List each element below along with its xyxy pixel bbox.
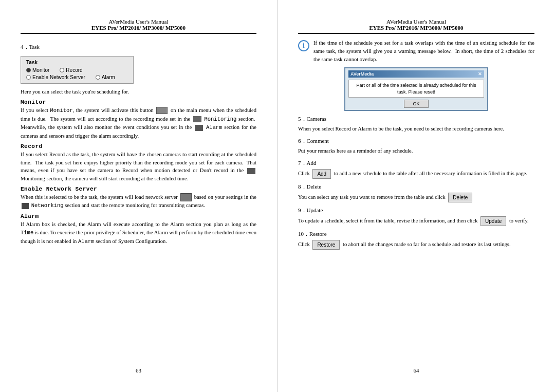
section-9-heading: Update (307, 207, 323, 213)
left-content: 4．Task Task Monitor Record Enable Networ… (21, 39, 256, 362)
dialog-content: Part or all of the time selected is alre… (348, 80, 484, 98)
right-page: AVerMedia User's Manual EYES Pro/ MP2016… (278, 0, 555, 392)
right-header: AVerMedia User's Manual EYES Pro/ MP2016… (298, 18, 534, 34)
networking-icon (22, 203, 29, 209)
record-label: Record (66, 67, 82, 73)
info-icon: i (298, 40, 309, 51)
dialog-btn-area: OK (348, 100, 484, 108)
dialog-ok-button[interactable]: OK (404, 100, 428, 108)
dialog-close: ✕ (478, 71, 482, 77)
task-row-2: Enable Network Server Alarm (26, 74, 128, 80)
right-content: i If the time of the schedule you set fo… (298, 39, 534, 362)
task-box-title: Task (26, 60, 128, 65)
monitor-button-icon (156, 107, 168, 114)
left-page-num: 63 (21, 362, 256, 374)
network-server-para: When this is selected to be the task, th… (21, 193, 256, 210)
alarm-radio-circle (96, 75, 100, 80)
section-9-label: 9．Update (298, 207, 534, 214)
update-button[interactable]: Update (480, 216, 506, 226)
server-icon (180, 193, 192, 201)
restore-para: Click Restore to abort all the changes m… (298, 240, 534, 250)
restore-button[interactable]: Restore (312, 240, 340, 250)
monitoring-icon (193, 116, 201, 122)
section-10-heading: Restore (309, 231, 327, 237)
monitor-para: If you select Monitor, the system will a… (21, 106, 256, 140)
avermedia-dialog: AVerMedia ✕ Part or all of the time sele… (344, 67, 488, 111)
section-10-label: 10．Restore (298, 230, 534, 238)
right-page-num: 64 (298, 362, 534, 374)
info-block: i If the time of the schedule you set fo… (298, 39, 534, 63)
left-header: AVerMedia User's Manual EYES Pro/ MP2016… (21, 18, 256, 34)
left-page: AVerMedia User's Manual EYES Pro/ MP2016… (0, 0, 278, 392)
network-server-radio-circle (26, 75, 31, 80)
cameras-para: When you select Record or Alarm to be th… (298, 125, 534, 133)
monitoring-icon-2 (247, 168, 255, 174)
record-radio-circle (60, 68, 64, 72)
monitor-heading: Monitor (21, 99, 256, 105)
info-text: If the time of the schedule you set for … (313, 39, 534, 63)
alarm-radio[interactable]: Alarm (96, 74, 115, 80)
left-header-subtitle: EYES Pro/ MP2016/ MP3000/ MP5000 (21, 25, 256, 31)
alarm-heading: Alarm (21, 213, 256, 219)
right-header-subtitle: EYES Pro/ MP2016/ MP3000/ MP5000 (298, 25, 534, 31)
section-6-heading: Comment (307, 138, 329, 144)
update-para: To update a schedule, select it from the… (298, 216, 534, 226)
network-server-heading: Enable Network Server (21, 186, 256, 192)
alarm-icon (195, 125, 203, 131)
record-para: If you select Record as the task, the sy… (21, 151, 256, 183)
dialog-title: AVerMedia (350, 71, 374, 77)
delete-para: You can select any task you want to remo… (298, 193, 534, 202)
alarm-label: Alarm (102, 74, 115, 80)
record-radio[interactable]: Record (60, 67, 82, 73)
section-4-label: 4．Task (21, 43, 256, 51)
record-heading: Record (21, 143, 256, 150)
task-intro: Here you can select the task you're sche… (21, 88, 256, 96)
task-selection-box: Task Monitor Record Enable Network Serve… (21, 56, 134, 84)
network-server-radio[interactable]: Enable Network Server (26, 74, 85, 80)
dialog-titlebar: AVerMedia ✕ (348, 70, 484, 78)
right-header-title: AVerMedia User's Manual (298, 18, 534, 25)
section-8-label: 8．Delete (298, 183, 534, 191)
task-row-1: Monitor Record (26, 67, 128, 73)
alarm-para: If Alarm box is checked, the Alarm will … (21, 220, 256, 246)
section-5-heading: Cameras (307, 116, 326, 122)
add-button[interactable]: Add (312, 169, 331, 179)
comment-para: Put your remarks here as a reminder of a… (298, 147, 534, 155)
section-6-label: 6．Comment (298, 137, 534, 145)
monitor-label: Monitor (32, 67, 49, 73)
monitor-radio-circle (26, 68, 31, 72)
section-8-heading: Delete (307, 183, 322, 190)
section-7-label: 7．Add (298, 159, 534, 167)
section-5-label: 5．Cameras (298, 115, 534, 123)
network-server-label: Enable Network Server (32, 74, 85, 80)
delete-button[interactable]: Delete (448, 193, 472, 202)
monitor-radio[interactable]: Monitor (26, 67, 49, 73)
add-para: Click Add to add a new schedule to the t… (298, 169, 534, 179)
left-header-title: AVerMedia User's Manual (21, 18, 256, 25)
section-7-heading: Add (307, 160, 317, 166)
